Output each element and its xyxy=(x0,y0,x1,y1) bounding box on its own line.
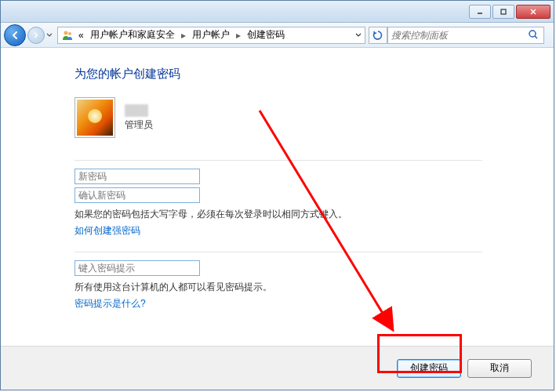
what-is-hint-link[interactable]: 密码提示是什么? xyxy=(74,297,146,310)
nav-bar: « 用户帐户和家庭安全 ▸ 用户帐户 ▸ 创建密码 xyxy=(1,23,554,48)
nav-history-dropdown[interactable] xyxy=(45,32,54,38)
refresh-button[interactable] xyxy=(369,27,387,44)
close-button[interactable] xyxy=(516,5,551,19)
svg-line-7 xyxy=(535,36,537,38)
user-avatar xyxy=(74,97,115,138)
hint-visible-text: 所有使用这台计算机的人都可以看见密码提示。 xyxy=(74,281,554,294)
svg-point-5 xyxy=(68,32,71,35)
user-block: 管理员 xyxy=(74,97,554,138)
refresh-icon xyxy=(372,30,383,41)
arrow-left-icon xyxy=(9,30,20,41)
password-hint-field[interactable] xyxy=(74,260,200,276)
maximize-icon xyxy=(500,8,507,16)
nav-forward-button[interactable] xyxy=(27,27,45,44)
breadcrumb-item-3[interactable]: 创建密码 xyxy=(245,28,286,42)
page-title: 为您的帐户创建密码 xyxy=(74,67,554,82)
chevron-down-icon xyxy=(46,32,53,38)
new-password-field[interactable] xyxy=(74,169,200,184)
minimize-button[interactable] xyxy=(469,5,491,19)
user-role: 管理员 xyxy=(125,118,153,132)
footer: 创建密码 取消 xyxy=(1,346,554,390)
svg-point-4 xyxy=(64,31,68,34)
address-bar[interactable]: « 用户帐户和家庭安全 ▸ 用户帐户 ▸ 创建密码 xyxy=(57,27,365,44)
arrow-right-icon xyxy=(32,31,40,39)
users-icon xyxy=(61,29,74,42)
window-frame: « 用户帐户和家庭安全 ▸ 用户帐户 ▸ 创建密码 为您的帐户创建密码 xyxy=(0,0,554,390)
search-input[interactable] xyxy=(391,30,528,41)
svg-point-6 xyxy=(529,31,536,37)
nav-back-button[interactable] xyxy=(4,24,26,46)
minimize-icon xyxy=(476,8,484,16)
content-area: 为您的帐户创建密码 管理员 如果您的密码包括大写字母，必须在每次登录时以相同方式… xyxy=(1,48,554,346)
create-password-button[interactable]: 创建密码 xyxy=(397,359,461,378)
caps-warning-text: 如果您的密码包括大写字母，必须在每次登录时以相同方式键入。 xyxy=(74,208,554,221)
breadcrumb-item-2[interactable]: 用户帐户 xyxy=(191,28,231,42)
maximize-button[interactable] xyxy=(492,5,514,19)
confirm-password-field[interactable] xyxy=(74,187,200,203)
breadcrumb-separator: ▸ xyxy=(234,30,242,41)
search-icon[interactable] xyxy=(528,29,540,42)
separator xyxy=(74,160,482,161)
address-dropdown[interactable] xyxy=(355,30,362,41)
search-box[interactable] xyxy=(387,27,544,44)
cancel-button[interactable]: 取消 xyxy=(467,359,532,378)
breadcrumb-item-1[interactable]: 用户帐户和家庭安全 xyxy=(89,28,176,42)
close-icon xyxy=(529,8,537,16)
separator xyxy=(74,252,482,252)
breadcrumb-prefix[interactable]: « xyxy=(77,30,85,41)
svg-rect-1 xyxy=(501,9,506,14)
title-bar xyxy=(1,1,554,23)
breadcrumb-separator: ▸ xyxy=(180,30,187,41)
chevron-down-icon xyxy=(355,32,362,38)
user-name-redacted xyxy=(125,104,148,117)
strong-password-link[interactable]: 如何创建强密码 xyxy=(74,224,140,238)
